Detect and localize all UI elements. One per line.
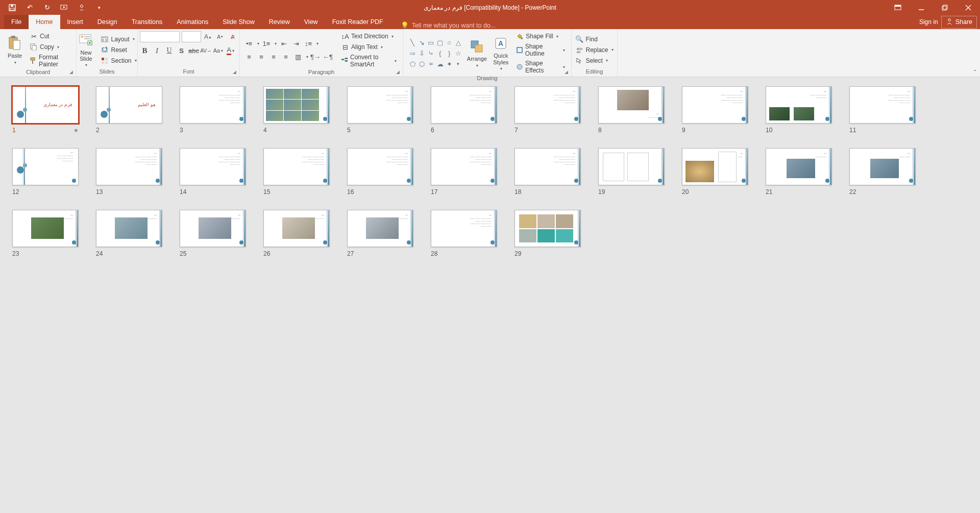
- shape-brace-icon[interactable]: {: [436, 48, 445, 58]
- slide-thumb-29[interactable]: 29: [514, 210, 581, 257]
- maximize-button[interactable]: [933, 0, 957, 15]
- bold-button[interactable]: B: [140, 45, 150, 56]
- slide-thumb-7[interactable]: —──── ──── ──── ──────── ──── ──────── ─…: [514, 86, 581, 134]
- dialog-launcher-icon[interactable]: ◢: [396, 69, 401, 75]
- sign-in-link[interactable]: Sign in: [919, 18, 938, 26]
- text-direction-button[interactable]: ↕A Text Direction ▾: [339, 31, 399, 41]
- smartart-button[interactable]: Convert to SmartArt ▾: [339, 53, 399, 69]
- align-left-icon[interactable]: ≡: [244, 52, 254, 62]
- slide-thumb-15[interactable]: —──── ──── ──── ──────── ──── ──────── ─…: [263, 148, 330, 196]
- italic-button[interactable]: I: [152, 45, 162, 56]
- slide-thumb-14[interactable]: —──── ──── ──── ──────── ──── ──────── ─…: [180, 148, 246, 196]
- shape-arrow-down-icon[interactable]: ⇩: [418, 48, 426, 58]
- touch-mode-icon[interactable]: [78, 4, 86, 12]
- shape-equals-icon[interactable]: ＝: [427, 59, 435, 69]
- ribbon-display-options-icon[interactable]: [886, 0, 910, 15]
- slide-thumb-28[interactable]: —──── ──── ──── ──────── ──── ──────── ─…: [431, 210, 497, 257]
- shape-line-icon[interactable]: ╲: [408, 37, 417, 47]
- font-family-combo[interactable]: [140, 31, 180, 42]
- tab-transitions[interactable]: Transitions: [125, 15, 170, 29]
- slide-thumb-12[interactable]: —──── ──── ──────── ──── ──────── ────12: [12, 148, 79, 196]
- dialog-launcher-icon[interactable]: ◢: [233, 69, 238, 75]
- slide-thumb-19[interactable]: 19: [598, 148, 665, 196]
- clear-formatting-icon[interactable]: A̷: [228, 32, 238, 42]
- slide-thumb-20[interactable]: —──── ────20: [682, 148, 748, 196]
- slide-thumb-18[interactable]: —──── ──── ──── ──────── ──── ──────── ─…: [514, 148, 581, 196]
- slide-thumb-21[interactable]: —──── ────21: [766, 148, 832, 196]
- save-icon[interactable]: [8, 4, 16, 12]
- collapse-ribbon-icon[interactable]: ⌃: [973, 69, 977, 75]
- bullets-icon[interactable]: •≡: [244, 38, 254, 48]
- justify-icon[interactable]: ≡: [281, 52, 291, 62]
- tab-slideshow[interactable]: Slide Show: [215, 15, 262, 29]
- shape-callout-icon[interactable]: ⬠: [408, 59, 417, 69]
- new-slide-button[interactable]: New Slide ▾: [75, 31, 96, 68]
- dialog-launcher-icon[interactable]: ◢: [565, 69, 570, 75]
- slide-thumb-17[interactable]: —──── ──── ──── ──────── ──── ──────── ─…: [431, 148, 497, 196]
- undo-icon[interactable]: ↶: [26, 4, 34, 12]
- minimize-button[interactable]: [910, 0, 933, 15]
- slide-thumb-27[interactable]: —──── ────27: [347, 210, 413, 257]
- tab-review[interactable]: Review: [262, 15, 297, 29]
- quick-styles-button[interactable]: A Quick Styles ▾: [490, 34, 511, 71]
- shape-rect-icon[interactable]: ▭: [427, 37, 435, 47]
- slide-thumb-1[interactable]: فرم در معماری1★: [12, 86, 79, 134]
- ltr-icon[interactable]: ¶→: [310, 52, 321, 62]
- slide-thumb-3[interactable]: —──── ──── ──── ──────── ──── ──────── ─…: [180, 86, 246, 134]
- columns-icon[interactable]: ▥: [293, 52, 303, 62]
- copy-button[interactable]: Copy ▾: [28, 42, 72, 52]
- tell-me-search[interactable]: 💡 Tell me what you want to do...: [401, 21, 496, 29]
- replace-button[interactable]: abac Replace ▾: [573, 45, 615, 55]
- decrease-indent-icon[interactable]: ⇤: [279, 38, 289, 48]
- shape-oval-icon[interactable]: ○: [445, 37, 454, 47]
- format-painter-button[interactable]: Format Painter: [28, 53, 72, 69]
- font-size-combo[interactable]: [182, 31, 201, 42]
- align-text-button[interactable]: ⊟ Align Text ▾: [339, 42, 399, 52]
- slide-thumb-10[interactable]: —──── ──── ──────── ────10: [766, 86, 832, 134]
- slide-thumb-22[interactable]: —──── ────22: [849, 148, 916, 196]
- slide-thumb-9[interactable]: —──── ──── ──── ──────── ──── ──────── ─…: [682, 86, 748, 134]
- tab-design[interactable]: Design: [90, 15, 125, 29]
- slide-sorter-view[interactable]: فرم در معماری1★هو العلیم2—──── ──── ────…: [0, 77, 980, 513]
- shape-line-arrow-icon[interactable]: ↘: [418, 37, 426, 47]
- slide-thumb-13[interactable]: —──── ──── ──── ──────── ──── ──────── ─…: [96, 148, 162, 196]
- align-right-icon[interactable]: ≡: [268, 52, 279, 62]
- underline-button[interactable]: U: [164, 45, 175, 56]
- line-spacing-icon[interactable]: ↕≡: [303, 38, 313, 48]
- slide-thumb-24[interactable]: —──── ────24: [96, 210, 162, 257]
- customize-qat-icon[interactable]: ▾: [95, 4, 103, 12]
- paste-button[interactable]: Paste ▾: [4, 34, 26, 65]
- slide-thumb-26[interactable]: —──── ────26: [263, 210, 330, 257]
- shape-hexagon-icon[interactable]: ⬡: [418, 59, 426, 69]
- slide-thumb-5[interactable]: —──── ──── ──── ──────── ──── ──────── ─…: [347, 86, 413, 134]
- font-color-icon[interactable]: A▾: [226, 45, 236, 56]
- shape-brace2-icon[interactable]: }: [445, 48, 454, 58]
- redo-icon[interactable]: ↻: [43, 4, 51, 12]
- share-button[interactable]: Share: [941, 16, 977, 29]
- slide-thumb-6[interactable]: —──── ──── ──── ──────── ──── ──────── ─…: [431, 86, 497, 134]
- change-case-icon[interactable]: Aa▾: [213, 45, 224, 56]
- increase-indent-icon[interactable]: ⇥: [291, 38, 301, 48]
- increase-font-icon[interactable]: A▲: [203, 32, 213, 42]
- slide-thumb-4[interactable]: 4: [263, 86, 330, 134]
- tab-file[interactable]: File: [4, 15, 29, 29]
- tab-view[interactable]: View: [297, 15, 325, 29]
- dialog-launcher-icon[interactable]: ◢: [69, 69, 75, 75]
- char-spacing-icon[interactable]: AV↔: [201, 45, 211, 56]
- shape-more-icon[interactable]: ▾: [454, 59, 463, 69]
- shape-effects-button[interactable]: Shape Effects ▾: [513, 59, 567, 75]
- shape-connector-icon[interactable]: ⤷: [427, 48, 435, 58]
- tab-insert[interactable]: Insert: [60, 15, 90, 29]
- align-center-icon[interactable]: ≡: [256, 52, 266, 62]
- tab-foxit[interactable]: Foxit Reader PDF: [325, 15, 390, 29]
- slide-thumb-11[interactable]: —──── ──── ──── ──────── ──── ──────── ─…: [849, 86, 916, 134]
- tab-home[interactable]: Home: [29, 15, 60, 29]
- shape-star-icon[interactable]: ☆: [454, 48, 463, 58]
- slide-thumb-16[interactable]: —──── ──── ──── ──────── ──── ──────── ─…: [347, 148, 413, 196]
- close-button[interactable]: [957, 0, 980, 15]
- layout-button[interactable]: Layout ▾: [99, 34, 138, 44]
- shape-outline-button[interactable]: Shape Outline ▾: [513, 42, 567, 58]
- rtl-icon[interactable]: ←¶: [323, 52, 333, 62]
- shape-rrect-icon[interactable]: ▢: [436, 37, 445, 47]
- reset-button[interactable]: Reset: [99, 45, 138, 55]
